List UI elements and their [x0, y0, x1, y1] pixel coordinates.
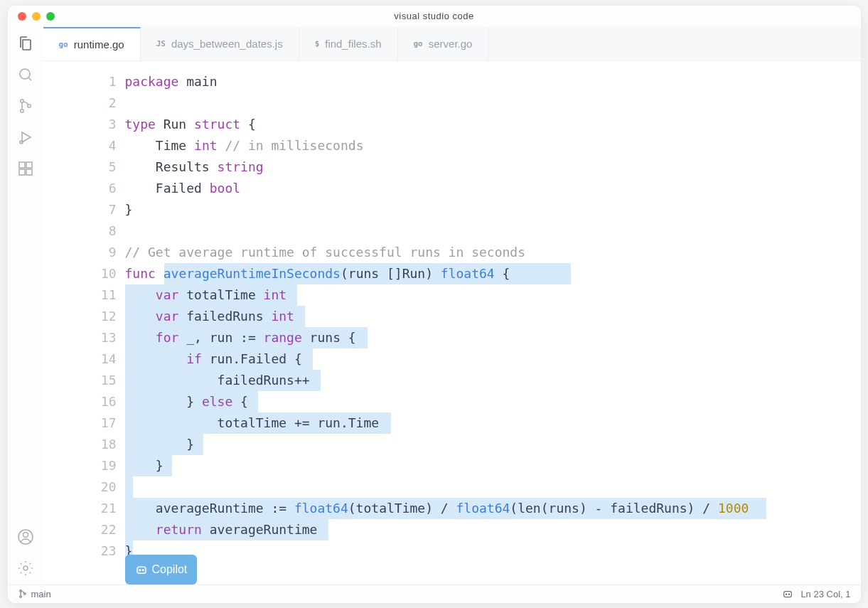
- svg-point-13: [139, 569, 140, 570]
- line-number: 19: [43, 455, 117, 476]
- account-icon[interactable]: [16, 528, 35, 546]
- tab-find_files-sh[interactable]: $find_files.sh: [299, 27, 398, 60]
- svg-point-19: [786, 594, 787, 594]
- code-line[interactable]: func averageRuntimeInSeconds(runs []Run)…: [125, 263, 861, 284]
- status-bar: main Ln 23 Col, 1: [8, 585, 861, 603]
- branch-name: main: [31, 589, 51, 599]
- line-gutter: 1234567891011121314151617181920212223: [43, 71, 125, 585]
- minimize-button[interactable]: [32, 12, 41, 21]
- titlebar: visual studio code: [8, 6, 861, 27]
- source-control-icon[interactable]: [16, 97, 35, 115]
- svg-point-14: [142, 569, 144, 570]
- code-line[interactable]: [125, 476, 861, 498]
- fullscreen-button[interactable]: [46, 12, 55, 21]
- line-number: 22: [43, 519, 117, 540]
- code-line[interactable]: Failed bool: [125, 178, 861, 199]
- line-number: 7: [43, 199, 117, 220]
- code-line[interactable]: averageRuntime := float64(totalTime) / f…: [125, 498, 861, 519]
- code-line[interactable]: return averageRuntime: [125, 519, 861, 540]
- code-line[interactable]: if run.Failed {: [125, 348, 861, 370]
- tab-server-go[interactable]: goserver.go: [398, 27, 489, 60]
- code-line[interactable]: [125, 220, 861, 242]
- file-type-icon: go: [59, 40, 68, 49]
- settings-gear-icon[interactable]: [16, 559, 35, 577]
- explorer-icon[interactable]: [16, 34, 35, 53]
- line-number: 10: [43, 263, 117, 284]
- line-number: 3: [43, 114, 117, 135]
- code-line[interactable]: totalTime += run.Time: [125, 412, 861, 434]
- code-line[interactable]: }: [125, 199, 861, 220]
- code-line[interactable]: var failedRuns int: [125, 306, 861, 327]
- file-type-icon: $: [315, 39, 320, 48]
- code-line[interactable]: }: [125, 540, 861, 562]
- svg-rect-8: [26, 162, 32, 168]
- svg-point-20: [789, 594, 790, 594]
- line-number: 15: [43, 370, 117, 391]
- code-line[interactable]: var totalTime int: [125, 284, 861, 306]
- tab-label: server.go: [429, 38, 473, 50]
- svg-rect-6: [19, 169, 25, 175]
- extensions-icon[interactable]: [16, 159, 35, 178]
- code-line[interactable]: Results string: [125, 156, 861, 178]
- code-line[interactable]: [125, 92, 861, 114]
- svg-point-0: [20, 69, 30, 79]
- close-button[interactable]: [18, 12, 26, 21]
- code-line[interactable]: failedRuns++: [125, 370, 861, 391]
- app-window: visual studio code: [8, 6, 861, 603]
- svg-point-1: [20, 99, 23, 102]
- code-line[interactable]: Time int // in milliseconds: [125, 135, 861, 156]
- svg-point-2: [20, 109, 23, 112]
- code-area[interactable]: package maintype Run struct { Time int /…: [125, 71, 861, 585]
- line-number: 16: [43, 391, 117, 412]
- traffic-lights: [8, 12, 55, 21]
- code-line[interactable]: package main: [125, 71, 861, 92]
- line-number: 11: [43, 284, 117, 306]
- svg-point-9: [23, 532, 28, 537]
- code-line[interactable]: } else {: [125, 391, 861, 412]
- activity-bar: [8, 27, 43, 585]
- line-number: 23: [43, 540, 117, 562]
- line-number: 8: [43, 220, 117, 242]
- svg-rect-12: [137, 567, 146, 573]
- svg-point-3: [27, 104, 30, 107]
- svg-point-17: [23, 593, 26, 595]
- code-line[interactable]: for _, run := range runs {: [125, 327, 861, 348]
- line-number: 20: [43, 476, 117, 498]
- code-line[interactable]: }: [125, 434, 861, 455]
- search-icon[interactable]: [16, 65, 35, 84]
- svg-point-11: [23, 566, 28, 570]
- tab-label: days_between_dates.js: [171, 38, 283, 50]
- line-number: 6: [43, 178, 117, 199]
- copilot-status-icon[interactable]: [782, 588, 793, 599]
- code-line[interactable]: // Get average runtime of successful run…: [125, 242, 861, 263]
- line-number: 9: [43, 242, 117, 263]
- line-number: 21: [43, 498, 117, 519]
- code-line[interactable]: type Run struct {: [125, 114, 861, 135]
- svg-point-4: [20, 141, 23, 144]
- selection-highlight: [125, 476, 133, 498]
- svg-rect-5: [19, 162, 25, 168]
- tab-runtime-go[interactable]: goruntime.go: [43, 27, 141, 60]
- svg-point-15: [19, 590, 21, 592]
- file-type-icon: JS: [156, 39, 166, 48]
- line-number: 13: [43, 327, 117, 348]
- svg-rect-18: [784, 592, 792, 597]
- copilot-suggestion-chip[interactable]: Copilot: [125, 555, 198, 585]
- run-debug-icon[interactable]: [16, 128, 35, 146]
- cursor-position[interactable]: Ln 23 Col, 1: [800, 589, 850, 599]
- code-line[interactable]: }: [125, 455, 861, 476]
- line-number: 17: [43, 412, 117, 434]
- line-number: 1: [43, 71, 117, 92]
- tab-days_between_dates-js[interactable]: JSdays_between_dates.js: [141, 27, 299, 60]
- svg-point-16: [19, 596, 21, 598]
- editor[interactable]: 1234567891011121314151617181920212223 pa…: [43, 61, 861, 585]
- file-type-icon: go: [414, 39, 423, 48]
- line-number: 14: [43, 348, 117, 370]
- line-number: 18: [43, 434, 117, 455]
- line-number: 12: [43, 306, 117, 327]
- tab-label: runtime.go: [74, 38, 124, 50]
- branch-status[interactable]: main: [18, 589, 51, 599]
- line-number: 4: [43, 135, 117, 156]
- line-number: 2: [43, 92, 117, 114]
- window-title: visual studio code: [394, 11, 473, 21]
